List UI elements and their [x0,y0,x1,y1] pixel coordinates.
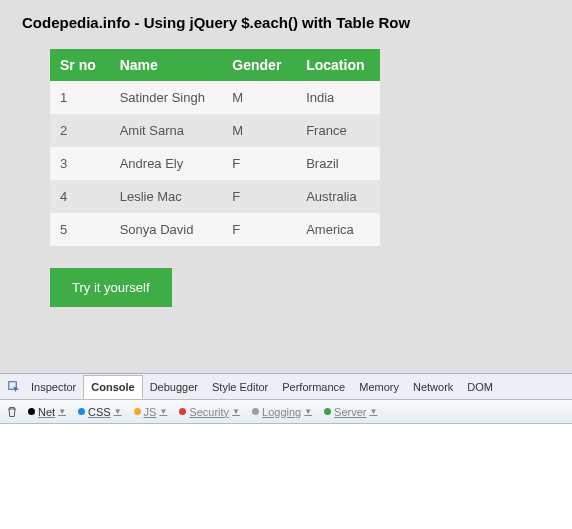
filter-security[interactable]: Security▼ [175,404,244,420]
element-picker-icon[interactable] [8,381,20,393]
col-name: Name [110,49,223,81]
tab-network[interactable]: Network [406,376,460,398]
tab-console[interactable]: Console [83,375,142,399]
clear-console-icon[interactable] [6,406,18,418]
table-row: 4Leslie MacFAustralia [50,180,380,213]
filter-server[interactable]: Server▼ [320,404,381,420]
dot-icon [179,408,186,415]
devtools-tabs: Inspector Console Debugger Style Editor … [0,374,572,400]
chevron-down-icon: ▼ [370,407,378,416]
dot-icon [324,408,331,415]
filter-logging[interactable]: Logging▼ [248,404,316,420]
col-srno: Sr no [50,49,110,81]
chevron-down-icon: ▼ [232,407,240,416]
table-row: 3Andrea ElyFBrazil [50,147,380,180]
col-gender: Gender [222,49,296,81]
table-row: 5Sonya DavidFAmerica [50,213,380,246]
table-header-row: Sr no Name Gender Location [50,49,380,81]
col-location: Location [296,49,380,81]
table-row: 2Amit SarnaMFrance [50,114,380,147]
chevron-down-icon: ▼ [304,407,312,416]
tab-performance[interactable]: Performance [275,376,352,398]
try-it-yourself-button[interactable]: Try it yourself [50,268,172,307]
table-row: 1Satinder SinghMIndia [50,81,380,114]
filter-net[interactable]: Net▼ [24,404,70,420]
console-filters: Net▼ CSS▼ JS▼ Security▼ Logging▼ Server▼ [0,400,572,424]
tab-inspector[interactable]: Inspector [24,376,83,398]
filter-js[interactable]: JS▼ [130,404,172,420]
devtools-panel: Inspector Console Debugger Style Editor … [0,373,572,528]
tab-debugger[interactable]: Debugger [143,376,205,398]
console-output[interactable] [0,424,572,528]
dot-icon [28,408,35,415]
dot-icon [134,408,141,415]
filter-css[interactable]: CSS▼ [74,404,126,420]
tab-memory[interactable]: Memory [352,376,406,398]
page-content: Codepedia.info - Using jQuery $.each() w… [0,0,572,373]
page-title: Codepedia.info - Using jQuery $.each() w… [22,14,550,31]
chevron-down-icon: ▼ [58,407,66,416]
data-table: Sr no Name Gender Location 1Satinder Sin… [50,49,380,246]
dot-icon [78,408,85,415]
chevron-down-icon: ▼ [159,407,167,416]
dot-icon [252,408,259,415]
tab-dom[interactable]: DOM [460,376,500,398]
chevron-down-icon: ▼ [114,407,122,416]
tab-style-editor[interactable]: Style Editor [205,376,275,398]
